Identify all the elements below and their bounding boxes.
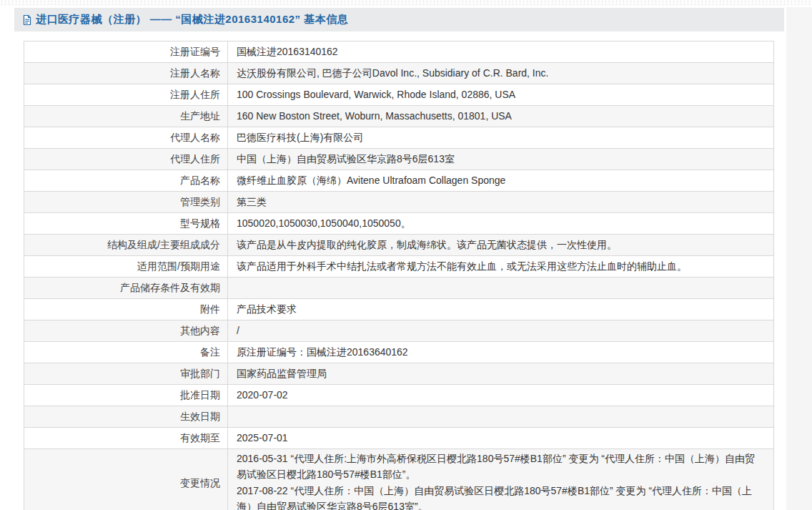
- row-label: 代理人名称: [24, 127, 228, 149]
- table-row: 变更情况 2016-05-31 “代理人住所:上海市外高桥保税区日樱北路180号…: [24, 449, 774, 510]
- page-title: 进口医疗器械（注册） —— “国械注进20163140162” 基本信息: [36, 13, 348, 26]
- row-value: 100 Crossings Boulevard, Warwick, Rhode …: [228, 84, 774, 106]
- row-label: 产品储存条件及有效期: [24, 278, 228, 299]
- row-label: 适用范围/预期用途: [24, 256, 228, 278]
- table-row: 有效期至 2025-07-01: [24, 428, 774, 449]
- change-record-entry: 2017-08-22 “代理人住所：中国（上海）自由贸易试验区日樱北路180号5…: [237, 483, 762, 510]
- table-row: 产品储存条件及有效期: [24, 278, 774, 299]
- table-row: 适用范围/预期用途 该产品适用于外科手术中结扎法或者常规方法不能有效止血，或无法…: [24, 256, 774, 278]
- row-value: 巴德医疗科技(上海)有限公司: [228, 127, 774, 149]
- table-row: 产品名称 微纤维止血胶原（海绵）Avitene Ultrafoam Collag…: [24, 170, 774, 192]
- row-value: 2016-05-31 “代理人住所:上海市外高桥保税区日樱北路180号57#楼B…: [228, 449, 774, 510]
- row-label: 生效日期: [24, 406, 228, 428]
- row-label: 代理人住所: [24, 149, 228, 170]
- row-value: 国械注进20163140162: [228, 41, 774, 63]
- table-row: 注册人住所 100 Crossings Boulevard, Warwick, …: [24, 84, 774, 106]
- row-value: 中国（上海）自由贸易试验区华京路8号6层613室: [228, 149, 774, 170]
- change-record-entry: 2016-05-31 “代理人住所:上海市外高桥保税区日樱北路180号57#楼B…: [237, 451, 762, 483]
- content-panel: 进口医疗器械（注册） —— “国械注进20163140162” 基本信息 注册证…: [14, 8, 784, 510]
- row-value: /: [228, 320, 774, 342]
- page-header: 进口医疗器械（注册） —— “国械注进20163140162” 基本信息: [14, 8, 784, 31]
- row-value: 1050020,1050030,1050040,1050050。: [228, 213, 774, 235]
- row-label: 结构及组成/主要组成成分: [24, 235, 228, 256]
- table-row: 注册证编号 国械注进20163140162: [24, 41, 774, 63]
- row-label: 批准日期: [24, 385, 228, 406]
- row-label: 其他内容: [24, 320, 228, 342]
- table-row: 备注 原注册证编号：国械注进20163640162: [24, 342, 774, 363]
- table-row: 批准日期 2020-07-02: [24, 385, 774, 406]
- row-value: 原注册证编号：国械注进20163640162: [228, 342, 774, 363]
- row-label: 有效期至: [24, 428, 228, 449]
- right-gutter: [786, 7, 812, 510]
- table-row: 管理类别 第三类: [24, 192, 774, 213]
- row-label: 生产地址: [24, 106, 228, 127]
- row-label: 注册人名称: [24, 63, 228, 84]
- row-value: 第三类: [228, 192, 774, 213]
- row-value: 产品技术要求: [228, 299, 774, 320]
- table-row: 代理人住所 中国（上海）自由贸易试验区华京路8号6层613室: [24, 149, 774, 170]
- row-value: 微纤维止血胶原（海绵）Avitene Ultrafoam Collagen Sp…: [228, 170, 774, 192]
- registration-info-table: 注册证编号 国械注进20163140162 注册人名称 达沃股份有限公司, 巴德…: [24, 41, 774, 510]
- table-body: 注册证编号 国械注进20163140162 注册人名称 达沃股份有限公司, 巴德…: [24, 41, 774, 510]
- row-value: 达沃股份有限公司, 巴德子公司Davol Inc., Subsidiary of…: [228, 63, 774, 84]
- table-row: 审批部门 国家药品监督管理局: [24, 363, 774, 385]
- table-row: 注册人名称 达沃股份有限公司, 巴德子公司Davol Inc., Subsidi…: [24, 63, 774, 84]
- row-value: 该产品适用于外科手术中结扎法或者常规方法不能有效止血，或无法采用这些方法止血时的…: [228, 256, 774, 278]
- table-row: 生效日期: [24, 406, 774, 428]
- row-value: 国家药品监督管理局: [228, 363, 774, 385]
- table-row: 代理人名称 巴德医疗科技(上海)有限公司: [24, 127, 774, 149]
- row-value: [228, 406, 774, 428]
- row-label: 审批部门: [24, 363, 228, 385]
- table-row: 其他内容 /: [24, 320, 774, 342]
- row-label: 注册人住所: [24, 84, 228, 106]
- row-label: 产品名称: [24, 170, 228, 192]
- row-value: 160 New Boston Street, Woburn, Massachus…: [228, 106, 774, 127]
- row-label: 备注: [24, 342, 228, 363]
- row-label: 附件: [24, 299, 228, 320]
- row-value: [228, 278, 774, 299]
- document-icon: [22, 14, 32, 26]
- table-row: 附件 产品技术要求: [24, 299, 774, 320]
- table-row: 结构及组成/主要组成成分 该产品是从牛皮内提取的纯化胶原，制成海绵状。该产品无菌…: [24, 235, 774, 256]
- row-label: 变更情况: [24, 449, 228, 510]
- table-row: 生产地址 160 New Boston Street, Woburn, Mass…: [24, 106, 774, 127]
- row-label: 管理类别: [24, 192, 228, 213]
- row-value: 该产品是从牛皮内提取的纯化胶原，制成海绵状。该产品无菌状态提供，一次性使用。: [228, 235, 774, 256]
- row-value: 2020-07-02: [228, 385, 774, 406]
- row-label: 注册证编号: [24, 41, 228, 63]
- table-row: 型号规格 1050020,1050030,1050040,1050050。: [24, 213, 774, 235]
- row-label: 型号规格: [24, 213, 228, 235]
- row-value: 2025-07-01: [228, 428, 774, 449]
- top-dotted-texture: [0, 0, 812, 6]
